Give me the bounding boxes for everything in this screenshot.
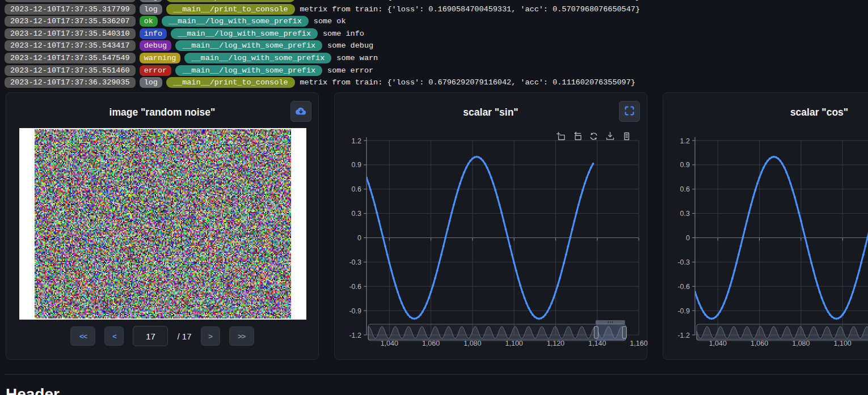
sin-panel: scalar "sin" 1.20.90.60.30-0.3-0.6-0.9-1… bbox=[334, 92, 647, 360]
svg-text:0.6: 0.6 bbox=[352, 185, 361, 193]
pager-first-button[interactable]: << bbox=[70, 326, 95, 346]
log-logger-badge: __main__/print_to_console bbox=[166, 77, 295, 88]
log-message: metrix from train: {'loss': 0.6796292079… bbox=[300, 78, 635, 87]
image-panel: image "random noise" << < / 17 > >> bbox=[6, 92, 319, 360]
log-logger-badge: __main__/log_with_some_prefix bbox=[175, 40, 322, 51]
toolbox-zoom-select-button[interactable] bbox=[556, 131, 566, 141]
section-divider bbox=[5, 374, 868, 375]
log-row: 2023-12-10T17:37:35.551460error__main__/… bbox=[5, 64, 868, 77]
datazoom-right-handle[interactable] bbox=[622, 326, 626, 338]
image-panel-title: image "random noise" bbox=[6, 107, 318, 118]
log-message: metrix from train: {'loss': 0.1690584700… bbox=[300, 0, 641, 1]
log-console: 2023-12-10T17:37:35.317799log__main__/pr… bbox=[5, 0, 868, 88]
toolbox-restore-button[interactable] bbox=[589, 131, 599, 141]
sin-chart-toolbox bbox=[556, 131, 631, 141]
svg-text:-0.6: -0.6 bbox=[349, 283, 361, 291]
svg-text:-0.9: -0.9 bbox=[349, 307, 361, 315]
pager-last-button[interactable]: >> bbox=[229, 326, 254, 346]
svg-text:0.6: 0.6 bbox=[680, 185, 690, 193]
log-logger-badge: __main__/log_with_some_prefix bbox=[184, 53, 331, 63]
cos-panel: scalar "cos" 1.20.90.60.30-0.3-0.6-0.9-1… bbox=[663, 92, 868, 360]
datazoom-window[interactable] bbox=[596, 324, 625, 341]
zoom-select-icon bbox=[556, 131, 566, 141]
save-image-icon bbox=[605, 131, 615, 141]
log-timestamp-badge: 2023-12-10T17:37:35.317799 bbox=[5, 0, 136, 2]
log-timestamp-badge: 2023-12-10T17:37:35.317799 bbox=[5, 4, 136, 15]
log-level-badge: warning bbox=[140, 53, 181, 63]
log-level-badge: debug bbox=[140, 40, 172, 51]
log-message: some error bbox=[327, 66, 373, 75]
log-message: some ok bbox=[314, 17, 346, 26]
svg-text:-0.3: -0.3 bbox=[677, 258, 690, 266]
log-row: 2023-12-10T17:37:35.317799log__main__/pr… bbox=[5, 3, 868, 16]
log-timestamp-badge: 2023-12-10T17:37:35.551460 bbox=[5, 65, 136, 76]
log-timestamp-badge: 2023-12-10T17:37:35.540310 bbox=[5, 28, 136, 39]
datazoom-left-handle[interactable] bbox=[594, 326, 598, 338]
pager-prev-button[interactable]: < bbox=[104, 326, 124, 346]
data-view-icon bbox=[622, 131, 631, 141]
image-pager: << < / 17 > >> bbox=[6, 326, 318, 346]
log-level-badge: ok bbox=[140, 16, 158, 27]
footer-heading: Header bbox=[6, 386, 60, 395]
log-timestamp-badge: 2023-12-10T17:37:35.543417 bbox=[5, 40, 136, 51]
svg-text:-0.6: -0.6 bbox=[677, 283, 690, 291]
log-message: some warn bbox=[336, 54, 378, 62]
log-row: 2023-12-10T17:37:35.536207ok__main__/log… bbox=[5, 15, 868, 28]
cos-chart-canvas: 1.20.90.60.30-0.3-0.6-0.9-1.21,0401,0601… bbox=[663, 93, 868, 360]
log-row: 2023-12-10T17:37:36.329035log__main__/pr… bbox=[5, 77, 868, 89]
cloud-download-icon bbox=[295, 106, 307, 117]
log-timestamp-badge: 2023-12-10T17:37:35.547549 bbox=[5, 53, 136, 63]
image-figure bbox=[19, 128, 306, 320]
svg-text:1,160: 1,160 bbox=[630, 339, 647, 347]
log-level-badge: info bbox=[140, 28, 167, 39]
log-row: 2023-12-10T17:37:35.543417debug__main__/… bbox=[5, 40, 868, 52]
svg-text:0: 0 bbox=[357, 234, 361, 242]
log-level-badge: log bbox=[140, 4, 162, 15]
pager-page-input[interactable] bbox=[133, 326, 168, 346]
download-image-button[interactable] bbox=[290, 101, 311, 122]
page-root: 2023-12-10T17:37:35.317799log__main__/pr… bbox=[0, 0, 868, 395]
svg-text:1.2: 1.2 bbox=[680, 137, 690, 145]
pager-total-label: / 17 bbox=[177, 332, 191, 341]
log-logger-badge: __main__/log_with_some_prefix bbox=[175, 65, 322, 76]
toolbox-data-view-button[interactable] bbox=[622, 131, 631, 141]
log-level-badge: log bbox=[140, 77, 162, 88]
svg-text:-1.2: -1.2 bbox=[677, 332, 690, 339]
svg-text:1.2: 1.2 bbox=[352, 137, 361, 145]
log-message: some debug bbox=[327, 41, 373, 50]
toolbox-save-image-button[interactable] bbox=[605, 131, 615, 141]
svg-text:0.3: 0.3 bbox=[680, 210, 690, 218]
svg-text:0: 0 bbox=[686, 234, 690, 242]
panels-row: image "random noise" << < / 17 > >> bbox=[6, 92, 868, 360]
log-timestamp-badge: 2023-12-10T17:37:35.536207 bbox=[5, 16, 136, 27]
log-logger-badge: __main__/log_with_some_prefix bbox=[162, 16, 309, 27]
log-timestamp-badge: 2023-12-10T17:37:36.329035 bbox=[5, 77, 136, 88]
restore-icon bbox=[589, 131, 599, 141]
log-message: some info bbox=[323, 29, 364, 38]
svg-text:0.9: 0.9 bbox=[352, 161, 361, 169]
svg-text:-0.9: -0.9 bbox=[677, 307, 690, 315]
toolbox-zoom-reset-button[interactable] bbox=[572, 131, 582, 141]
svg-text:0.3: 0.3 bbox=[352, 210, 361, 218]
log-row: 2023-12-10T17:37:35.547549warning__main_… bbox=[5, 52, 868, 65]
log-row: 2023-12-10T17:37:35.540310info__main__/l… bbox=[5, 28, 868, 40]
log-level-badge: error bbox=[140, 65, 172, 76]
svg-text:0.9: 0.9 bbox=[680, 161, 690, 169]
random-noise-image bbox=[35, 129, 291, 318]
svg-text:-1.2: -1.2 bbox=[349, 332, 361, 339]
pager-next-button[interactable]: > bbox=[201, 326, 220, 346]
zoom-reset-icon bbox=[572, 131, 582, 141]
log-logger-badge: __main__/print_to_console bbox=[166, 0, 295, 2]
svg-text:-0.3: -0.3 bbox=[349, 258, 361, 266]
log-logger-badge: __main__/log_with_some_prefix bbox=[171, 28, 318, 39]
log-level-badge: log bbox=[140, 0, 162, 2]
log-message: metrix from train: {'loss': 0.1690584700… bbox=[300, 5, 641, 14]
log-logger-badge: __main__/print_to_console bbox=[166, 4, 295, 15]
